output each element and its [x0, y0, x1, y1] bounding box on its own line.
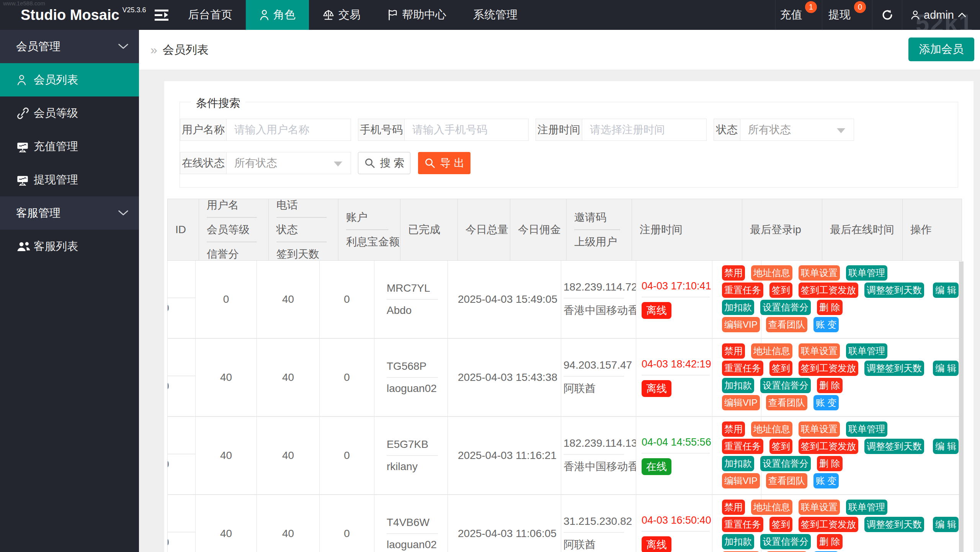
select-4[interactable]: 所有状态 — [740, 119, 854, 141]
td-2-4: 0 — [320, 339, 374, 416]
th-line: 已完成 — [408, 222, 457, 237]
action-签到[interactable]: 签到 — [769, 361, 792, 376]
action-重置任务[interactable]: 重置任务 — [722, 517, 763, 532]
last-online-time: 04-03 18:42:19 — [636, 358, 712, 370]
table-scrollbar[interactable] — [959, 261, 964, 552]
action-签到工资发放[interactable]: 签到工资发放 — [799, 517, 858, 532]
action-设置信誉分[interactable]: 设置信誉分 — [760, 534, 811, 549]
td-2-3: 40 — [257, 339, 320, 416]
sidebar-item-5[interactable]: 提现管理 — [0, 163, 139, 196]
export-button[interactable]: 导 出 — [418, 152, 470, 174]
action-签到[interactable]: 签到 — [769, 283, 792, 298]
sidebar-item-7[interactable]: 客服列表 — [0, 230, 139, 263]
action-禁用[interactable]: 禁用 — [722, 265, 745, 281]
action-联单设置[interactable]: 联单设置 — [799, 343, 840, 359]
action-编辑VIP[interactable]: 编辑VIP — [722, 473, 760, 488]
action-加扣款[interactable]: 加扣款 — [722, 300, 754, 315]
action-重置任务[interactable]: 重置任务 — [722, 439, 763, 454]
action-签到工资发放[interactable]: 签到工资发放 — [799, 283, 858, 298]
action-签到[interactable]: 签到 — [769, 439, 792, 454]
action-重置任务[interactable]: 重置任务 — [722, 361, 763, 376]
action-查看团队[interactable]: 查看团队 — [766, 317, 807, 332]
td-2-1: 0 — [168, 339, 196, 416]
action-账变[interactable]: 账 变 — [813, 317, 839, 332]
parent-user: Abdo — [374, 304, 448, 317]
user-menu[interactable]: admin — [902, 0, 980, 30]
td-3-6: 2025-04-03 11:16:21 — [448, 417, 561, 494]
action-禁用[interactable]: 禁用 — [722, 500, 745, 515]
th-line: 注册时间 — [640, 222, 742, 237]
action-编辑VIP[interactable]: 编辑VIP — [722, 317, 760, 332]
action-调整签到天数[interactable]: 调整签到天数 — [864, 439, 924, 454]
action-编辑[interactable]: 编 辑 — [933, 361, 959, 376]
action-加扣款[interactable]: 加扣款 — [722, 378, 754, 393]
select-5[interactable]: 所有状态 — [227, 152, 351, 174]
action-地址信息[interactable]: 地址信息 — [751, 265, 792, 281]
parent-user: laoguan02 — [374, 539, 448, 551]
th-9: 注册时间 — [632, 199, 742, 260]
action-签到工资发放[interactable]: 签到工资发放 — [799, 439, 858, 454]
input-3[interactable]: 请选择注册时间 — [582, 119, 707, 141]
action-联单设置[interactable]: 联单设置 — [799, 421, 840, 437]
sidebar-group-1[interactable]: 会员管理 — [0, 30, 139, 63]
action-签到工资发放[interactable]: 签到工资发放 — [799, 361, 858, 376]
input-2[interactable]: 请输入手机号码 — [405, 119, 529, 141]
search-button[interactable]: 搜 索 — [358, 152, 410, 174]
sidebar-group-6[interactable]: 客服管理 — [0, 196, 139, 230]
menu-collapse-icon[interactable] — [155, 0, 178, 30]
action-调整签到天数[interactable]: 调整签到天数 — [864, 517, 924, 532]
action-设置信誉分[interactable]: 设置信誉分 — [760, 456, 811, 471]
action-重置任务[interactable]: 重置任务 — [722, 283, 763, 298]
nav-withdraw[interactable]: 提现 0 — [822, 0, 872, 30]
action-查看团队[interactable]: 查看团队 — [766, 395, 807, 410]
action-禁用[interactable]: 禁用 — [722, 343, 745, 359]
action-地址信息[interactable]: 地址信息 — [751, 500, 792, 515]
top-nav-4[interactable]: 帮助中心 — [374, 0, 460, 30]
action-账变[interactable]: 账 变 — [813, 395, 839, 410]
add-member-button[interactable]: 添加会员 — [908, 38, 974, 61]
action-删除[interactable]: 删 除 — [817, 456, 843, 471]
refresh-button[interactable] — [872, 0, 902, 30]
input-1[interactable]: 请输入用户名称 — [227, 119, 351, 141]
nav-recharge[interactable]: 充值 1 — [775, 0, 822, 30]
td-3-2: 40 — [196, 417, 257, 494]
action-加扣款[interactable]: 加扣款 — [722, 534, 754, 549]
action-设置信誉分[interactable]: 设置信誉分 — [760, 378, 811, 393]
action-联单设置[interactable]: 联单设置 — [799, 265, 840, 281]
action-调整签到天数[interactable]: 调整签到天数 — [864, 361, 924, 376]
action-联单管理[interactable]: 联单管理 — [846, 421, 887, 437]
action-账变[interactable]: 账 变 — [813, 473, 839, 488]
action-查看团队[interactable]: 查看团队 — [766, 473, 807, 488]
action-禁用[interactable]: 禁用 — [722, 421, 745, 437]
action-编辑[interactable]: 编 辑 — [933, 283, 959, 298]
action-地址信息[interactable]: 地址信息 — [751, 343, 792, 359]
action-编辑VIP[interactable]: 编辑VIP — [722, 395, 760, 410]
action-联单设置[interactable]: 联单设置 — [799, 500, 840, 515]
action-编辑[interactable]: 编 辑 — [933, 439, 959, 454]
top-nav-1[interactable]: 后台首页 — [175, 0, 246, 30]
action-删除[interactable]: 删 除 — [817, 378, 843, 393]
action-联单管理[interactable]: 联单管理 — [846, 343, 887, 359]
app-logo[interactable]: Studio Mosaic V25.3.6 — [21, 0, 146, 30]
action-加扣款[interactable]: 加扣款 — [722, 456, 754, 471]
action-删除[interactable]: 删 除 — [817, 534, 843, 549]
top-nav-5[interactable]: 系统管理 — [460, 0, 531, 30]
action-设置信誉分[interactable]: 设置信誉分 — [760, 300, 811, 315]
action-联单管理[interactable]: 联单管理 — [846, 500, 887, 515]
sidebar-item-3[interactable]: 会员等级 — [0, 96, 139, 130]
action-联单管理[interactable]: 联单管理 — [846, 265, 887, 281]
action-调整签到天数[interactable]: 调整签到天数 — [864, 283, 924, 298]
parent-user: laoguan02 — [374, 382, 448, 395]
action-签到[interactable]: 签到 — [769, 517, 792, 532]
nav-withdraw-label: 提现 — [828, 7, 851, 23]
field-label: 用户名称 — [180, 119, 227, 141]
sidebar-item-2[interactable]: 会员列表 — [0, 63, 139, 96]
top-nav-2[interactable]: 角色 — [246, 0, 309, 30]
action-编辑[interactable]: 编 辑 — [933, 517, 959, 532]
action-删除[interactable]: 删 除 — [817, 300, 843, 315]
th-10: 最后登录ip — [742, 199, 822, 260]
action-地址信息[interactable]: 地址信息 — [751, 421, 792, 437]
td-1-1: 0 — [168, 261, 196, 338]
top-nav-3[interactable]: 交易 — [309, 0, 374, 30]
sidebar-item-4[interactable]: 充值管理 — [0, 130, 139, 163]
